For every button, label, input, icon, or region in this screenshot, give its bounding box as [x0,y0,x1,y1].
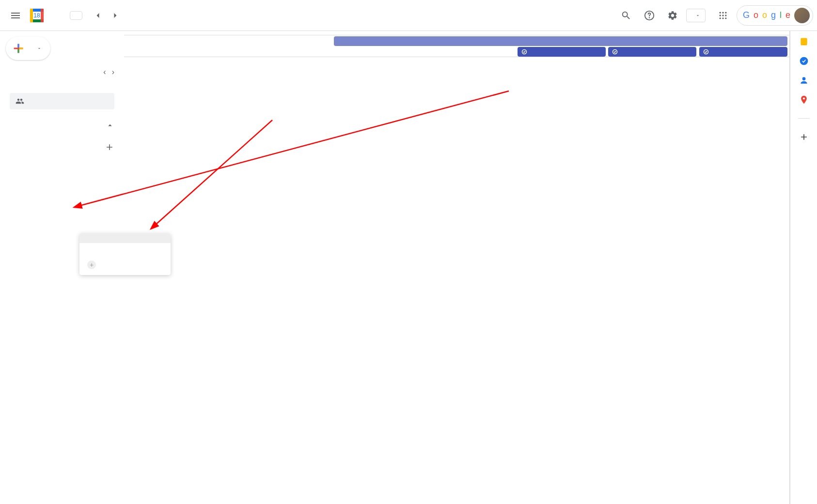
logo: 18 [27,6,50,25]
today-button[interactable] [70,11,82,20]
svg-point-13 [725,15,726,16]
sidebar: ‹ › [0,31,124,504]
svg-rect-3 [30,9,33,22]
allday-task-tech-sat[interactable] [608,47,696,57]
svg-point-14 [719,17,721,19]
dropdown-icon [695,13,700,18]
header: 18 Google [0,0,817,31]
keep-icon[interactable] [799,37,809,46]
tasks-icon[interactable] [799,56,809,66]
plus-icon [12,42,25,55]
create-button[interactable] [6,37,50,60]
maps-icon[interactable] [799,95,809,105]
prev-week-button[interactable] [90,8,106,23]
chevron-up-icon [106,121,114,130]
timezone-label [124,35,151,57]
add-calendar-icon[interactable] [105,142,114,152]
time-grid[interactable] [124,57,789,504]
mini-calendar: ‹ › [4,68,120,80]
main-menu-button[interactable] [4,4,27,27]
allday-event-zakopane[interactable] [334,36,787,46]
svg-point-16 [725,17,726,19]
next-week-button[interactable] [108,8,123,23]
add-addon-icon[interactable] [799,132,809,142]
calendar-context-menu: + [79,233,171,275]
my-calendars-toggle[interactable] [10,121,114,130]
apps-icon[interactable] [713,6,733,25]
add-custom-color-button[interactable]: + [87,260,96,269]
svg-point-8 [719,12,721,13]
contacts-icon[interactable] [799,76,809,85]
svg-point-15 [722,17,723,19]
allday-task-tech-fri[interactable] [518,47,606,57]
svg-rect-4 [41,9,44,22]
svg-point-10 [725,12,726,13]
svg-point-22 [800,57,808,65]
avatar [794,8,810,23]
help-icon[interactable] [640,6,659,25]
settings-icon[interactable] [663,6,682,25]
color-picker [79,253,171,260]
svg-point-12 [722,15,723,16]
search-icon[interactable] [616,6,636,25]
svg-rect-21 [802,44,805,45]
svg-point-9 [722,12,723,13]
display-this-only-item[interactable] [79,233,171,243]
people-icon [16,97,24,106]
svg-point-24 [802,97,804,99]
search-people-input[interactable] [10,93,114,109]
svg-point-7 [649,17,649,18]
allday-row[interactable] [151,35,789,57]
dropdown-icon [37,46,42,51]
side-panel [790,31,817,504]
google-account-button[interactable]: Google [737,5,813,26]
svg-point-23 [802,77,805,80]
svg-text:18: 18 [33,12,40,19]
settings-and-sharing-item[interactable] [79,243,171,253]
calendar-logo-icon: 18 [27,6,47,25]
svg-point-11 [719,15,721,16]
mini-prev-button[interactable]: ‹ [103,68,106,76]
calendar-grid [124,31,790,504]
mini-next-button[interactable]: › [112,68,114,76]
allday-task-tech-sun[interactable] [699,47,787,57]
view-selector[interactable] [686,9,706,22]
other-calendars-toggle[interactable] [10,142,114,152]
